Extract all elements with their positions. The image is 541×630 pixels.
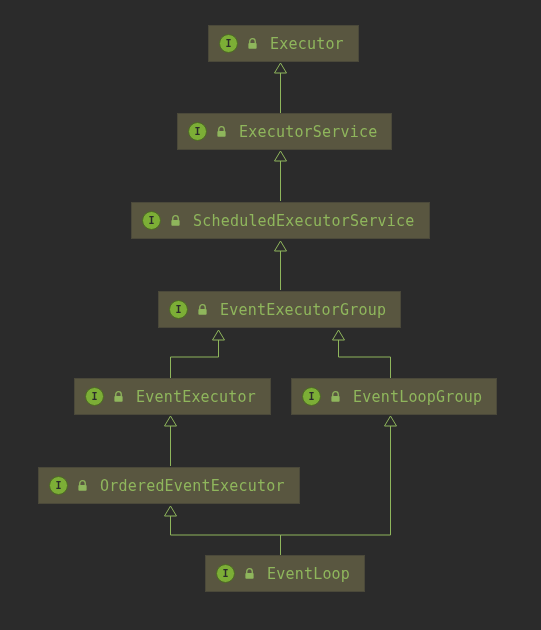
svg-rect-8 xyxy=(198,309,206,315)
interface-icon: I xyxy=(302,387,321,406)
lock-icon xyxy=(243,568,255,580)
node-label: ExecutorService xyxy=(239,123,377,141)
svg-rect-10 xyxy=(331,396,339,402)
lock-icon xyxy=(169,215,181,227)
svg-rect-11 xyxy=(78,485,86,491)
node-event-loop[interactable]: I EventLoop xyxy=(205,555,365,592)
lock-icon xyxy=(329,391,341,403)
svg-rect-5 xyxy=(248,43,256,49)
node-label: Executor xyxy=(270,35,344,53)
svg-rect-7 xyxy=(171,220,179,226)
interface-icon: I xyxy=(85,387,104,406)
lock-icon xyxy=(112,391,124,403)
node-label: EventLoopGroup xyxy=(353,388,482,406)
node-ordered-event-executor[interactable]: I OrderedEventExecutor xyxy=(38,467,300,504)
node-event-executor[interactable]: I EventExecutor xyxy=(74,378,271,415)
lock-icon xyxy=(196,304,208,316)
lock-icon xyxy=(215,126,227,138)
node-label: ScheduledExecutorService xyxy=(193,212,415,230)
svg-rect-12 xyxy=(245,573,253,579)
interface-icon: I xyxy=(188,122,207,141)
svg-rect-9 xyxy=(114,396,122,402)
svg-rect-6 xyxy=(217,131,225,137)
interface-icon: I xyxy=(49,476,68,495)
node-scheduled-executor-service[interactable]: I ScheduledExecutorService xyxy=(131,202,430,239)
node-label: EventExecutorGroup xyxy=(220,301,386,319)
node-label: OrderedEventExecutor xyxy=(100,477,285,495)
interface-icon: I xyxy=(169,300,188,319)
node-executor[interactable]: I Executor xyxy=(208,25,359,62)
node-label: EventExecutor xyxy=(136,388,256,406)
node-event-executor-group[interactable]: I EventExecutorGroup xyxy=(158,291,401,328)
interface-icon: I xyxy=(219,34,238,53)
node-event-loop-group[interactable]: I EventLoopGroup xyxy=(291,378,497,415)
lock-icon xyxy=(246,38,258,50)
interface-icon: I xyxy=(142,211,161,230)
interface-icon: I xyxy=(216,564,235,583)
lock-icon xyxy=(76,480,88,492)
class-hierarchy-diagram: I Executor I ExecutorService I Scheduled… xyxy=(0,0,541,630)
node-label: EventLoop xyxy=(267,565,350,583)
node-executor-service[interactable]: I ExecutorService xyxy=(177,113,392,150)
